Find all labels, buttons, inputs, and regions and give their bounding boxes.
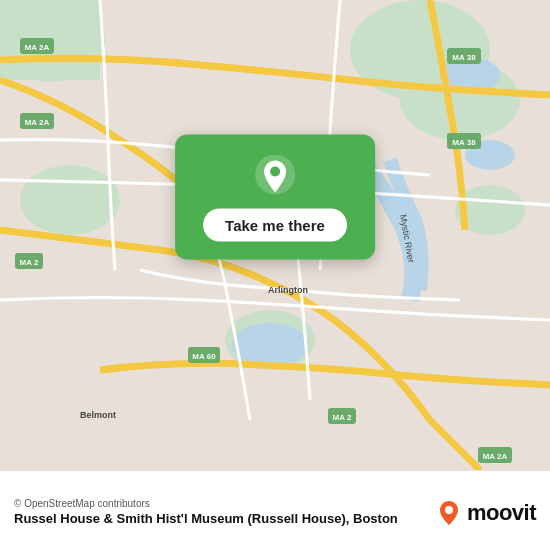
badge-ma2-2: MA 2 xyxy=(333,413,352,422)
take-me-there-card: Take me there xyxy=(175,135,375,260)
svg-point-22 xyxy=(445,506,453,514)
label-belmont: Belmont xyxy=(80,410,116,420)
badge-ma2a-2: MA 2A xyxy=(25,118,50,127)
label-arlington: Arlington xyxy=(268,285,308,295)
moovit-brand-text: moovit xyxy=(467,500,536,526)
attribution-text: © OpenStreetMap contributors xyxy=(14,498,435,509)
badge-ma2a-3: MA 2A xyxy=(483,452,508,461)
moovit-logo: moovit xyxy=(435,499,536,527)
location-pin-icon xyxy=(253,155,297,199)
badge-ma38-1: MA 38 xyxy=(452,53,476,62)
badge-ma60: MA 60 xyxy=(192,352,216,361)
badge-ma38-2: MA 38 xyxy=(452,138,476,147)
bottom-left: © OpenStreetMap contributors Russel Hous… xyxy=(14,498,435,528)
svg-point-1 xyxy=(20,165,120,235)
map-container: Mystic River Arlington Belmont MA 2A MA … xyxy=(0,0,550,470)
badge-ma2-1: MA 2 xyxy=(20,258,39,267)
badge-ma2a-1: MA 2A xyxy=(25,43,50,52)
moovit-pin-icon xyxy=(435,499,463,527)
svg-point-21 xyxy=(270,167,280,177)
take-me-there-button[interactable]: Take me there xyxy=(203,209,347,242)
place-name-text: Russel House & Smith Hist'l Museum (Russ… xyxy=(14,511,435,528)
bottom-bar: © OpenStreetMap contributors Russel Hous… xyxy=(0,470,550,550)
svg-point-8 xyxy=(232,323,308,367)
